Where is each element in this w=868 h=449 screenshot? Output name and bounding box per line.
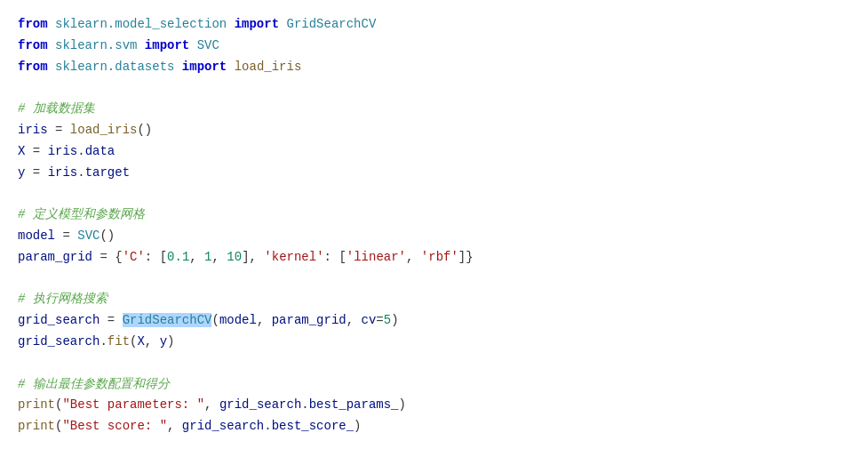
- code-block: from sklearn.model_selection import Grid…: [0, 0, 868, 449]
- code-line-15: print("Best parameters: ", grid_search.b…: [18, 395, 850, 416]
- code-line-14: # 输出最佳参数配置和得分: [18, 374, 850, 396]
- code-line-2: from sklearn.svm import SVC: [18, 36, 850, 57]
- code-line-1: from sklearn.model_selection import Grid…: [18, 14, 850, 36]
- code-line-13: grid_search.fit(X, y): [18, 332, 850, 353]
- code-line-6: X = iris.data: [18, 141, 850, 163]
- blank-line-1: [18, 77, 850, 99]
- code-line-10: param_grid = {'C': [0.1, 1, 10], 'kernel…: [18, 247, 850, 269]
- code-line-12: grid_search = GridSearchCV(model, param_…: [18, 310, 850, 332]
- blank-line-4: [18, 353, 850, 374]
- code-line-8: # 定义模型和参数网格: [18, 204, 850, 226]
- code-line-9: model = SVC(): [18, 226, 850, 247]
- blank-line-2: [18, 183, 850, 204]
- code-line-16: print("Best score: ", grid_search.best_s…: [18, 416, 850, 437]
- code-line-3: from sklearn.datasets import load_iris: [18, 57, 850, 78]
- code-line-7: y = iris.target: [18, 163, 850, 184]
- blank-line-3: [18, 269, 850, 290]
- code-line-11: # 执行网格搜索: [18, 289, 850, 310]
- code-line-5: iris = load_iris(): [18, 120, 850, 141]
- code-line-4: # 加载数据集: [18, 99, 850, 120]
